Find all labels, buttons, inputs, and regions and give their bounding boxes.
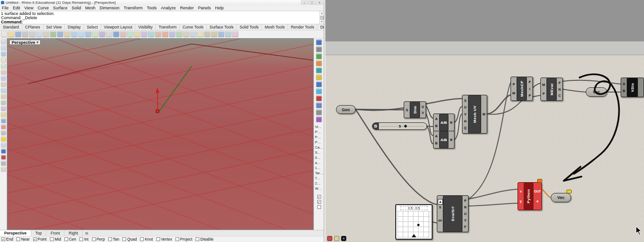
viewport-title[interactable]: Perspective ▾: [9, 40, 41, 45]
solver-close-icon[interactable]: ×: [341, 236, 346, 241]
mesh-closest-point-port-p[interactable]: P: [529, 80, 531, 84]
calc-panel-icon[interactable]: [316, 109, 322, 115]
osnap-toggle[interactable]: Mid: [50, 237, 61, 242]
copy-icon[interactable]: [36, 31, 42, 37]
toolbar-tab[interactable]: Standard: [0, 24, 22, 30]
mesh-uv-component[interactable]: SUVHQMesh UVM: [462, 95, 487, 134]
polyline-icon[interactable]: [1, 45, 6, 50]
md-slider-handle[interactable]: [417, 224, 420, 226]
osnap-checkbox[interactable]: [156, 237, 160, 241]
viewport-tab[interactable]: Front: [46, 230, 64, 236]
scroll-up-icon[interactable]: ▴: [321, 11, 322, 15]
dimensions-component-port-u[interactable]: U: [421, 105, 424, 108]
division-a-port-b[interactable]: B: [435, 124, 437, 128]
toolbar-tab[interactable]: Select: [84, 24, 101, 30]
osnap-toggle[interactable]: Tan: [108, 237, 119, 242]
evaluate-surface-port-n[interactable]: N: [464, 206, 466, 209]
mesh-uv-component-port-m[interactable]: M: [483, 113, 485, 116]
selected-surface[interactable]: [7, 39, 313, 229]
menu-item[interactable]: Panels: [198, 6, 211, 10]
osnap-checkbox[interactable]: [108, 237, 112, 241]
panel-item[interactable]: P…: [315, 135, 324, 140]
python-script[interactable]: xyPythonOUTa: [518, 182, 542, 210]
mesh-eval-port-p[interactable]: P: [543, 92, 545, 95]
mesh-uv-component-port-v[interactable]: V: [464, 113, 467, 116]
evaluate-surface-port-p[interactable]: P: [464, 199, 467, 202]
new-file-icon[interactable]: [1, 31, 7, 37]
osnap-checkbox[interactable]: [92, 237, 96, 241]
toolbar-tab[interactable]: Transform: [156, 24, 180, 30]
toolbar-tab[interactable]: Display: [65, 24, 84, 30]
paste-icon[interactable]: [43, 31, 49, 37]
hide-icon[interactable]: [204, 31, 210, 37]
osnap-checkbox[interactable]: ✓: [33, 237, 37, 241]
menu-item[interactable]: Solid: [71, 6, 81, 10]
rectangle-icon[interactable]: [1, 70, 6, 75]
panel-item[interactable]: P…: [315, 129, 324, 135]
dropdown-icon[interactable]: ▾: [37, 41, 39, 44]
toolbar-tab[interactable]: CPlanes: [22, 24, 43, 30]
new-viewport-icon[interactable]: ⊞: [83, 230, 91, 236]
undo-icon[interactable]: [50, 31, 56, 37]
panel-item[interactable]: 2…: [315, 181, 324, 186]
zoom-selected-icon[interactable]: [85, 31, 91, 37]
scale-icon[interactable]: [141, 31, 147, 37]
osnap-checkbox[interactable]: [122, 237, 126, 241]
python-script-port-y[interactable]: y: [520, 199, 522, 203]
osnap-toggle[interactable]: ✓ Point: [33, 237, 47, 242]
menu-item[interactable]: Render: [180, 6, 194, 10]
osnap-toggle[interactable]: Quad: [122, 237, 137, 242]
fillet-icon[interactable]: [183, 31, 189, 37]
division-b[interactable]: ABA/BR: [433, 131, 455, 149]
command-scrollbar[interactable]: ▴ ▾: [319, 11, 324, 24]
pan-icon[interactable]: [64, 31, 70, 37]
toolbar-tab[interactable]: Viewport Layout: [101, 24, 136, 30]
properties-icon[interactable]: [225, 31, 231, 37]
panel-item[interactable]: 7…: [315, 176, 324, 181]
web-panel-icon[interactable]: [316, 102, 322, 108]
osnap-checkbox[interactable]: [64, 237, 68, 241]
toolbar-tab[interactable]: Render Tools: [288, 24, 317, 30]
notes-panel-icon[interactable]: [316, 88, 322, 94]
render-icon[interactable]: [113, 31, 119, 37]
panel-item[interactable]: Ca…: [315, 145, 324, 150]
lights-panel-icon[interactable]: [316, 74, 322, 80]
division-a[interactable]: ABA/BR: [433, 114, 455, 131]
shaded-view-icon[interactable]: [99, 31, 105, 37]
mesh-eval-port-p[interactable]: P: [559, 81, 561, 85]
scroll-down-icon[interactable]: ▾: [321, 20, 322, 24]
menu-item[interactable]: Curve: [37, 6, 49, 10]
panel-item[interactable]: W…: [315, 186, 324, 191]
md-slider[interactable]: 0.5 ; 0.5: [395, 204, 433, 240]
hatch-icon[interactable]: [1, 130, 6, 135]
split-icon[interactable]: [176, 31, 182, 37]
menu-item[interactable]: Help: [215, 6, 224, 10]
osnap-toggle[interactable]: Cen: [64, 237, 77, 242]
sphere-icon[interactable]: [1, 88, 6, 93]
osnap-toggle[interactable]: Disable: [196, 237, 213, 242]
array-icon[interactable]: [197, 31, 203, 37]
polygon-icon[interactable]: [1, 76, 6, 81]
osnap-toggle[interactable]: Int: [79, 237, 88, 242]
offset-icon[interactable]: [190, 31, 196, 37]
osnap-checkbox[interactable]: [79, 237, 83, 241]
osnap-toggle[interactable]: Project: [175, 237, 192, 242]
loft-icon[interactable]: [1, 161, 6, 166]
viewport-tab[interactable]: Perspective: [0, 230, 31, 236]
layers-icon[interactable]: [218, 31, 224, 37]
arc-icon[interactable]: [1, 64, 6, 69]
dimensions-component[interactable]: SDimUV: [404, 101, 426, 118]
vec-param-2-warning-badge[interactable]: [567, 190, 572, 193]
viewport-tab[interactable]: Right: [64, 230, 83, 236]
mesh-uv-component-port-u[interactable]: U: [464, 106, 466, 109]
panel-item[interactable]: 0…: [315, 155, 324, 160]
toolbar-tab[interactable]: Visibility: [135, 24, 156, 30]
minimize-button[interactable]: –: [301, 0, 308, 5]
mesh-closest-point[interactable]: PMMeshCPPIP: [511, 77, 533, 101]
evaluate-surface-input-tag[interactable]: A: [438, 199, 443, 205]
toolbar-tab[interactable]: Mesh Tools: [262, 24, 288, 30]
layers-panel-icon[interactable]: [316, 53, 322, 59]
revolve-icon[interactable]: [1, 155, 6, 160]
box-icon[interactable]: [1, 94, 6, 99]
panel-checkbox[interactable]: [317, 205, 321, 209]
